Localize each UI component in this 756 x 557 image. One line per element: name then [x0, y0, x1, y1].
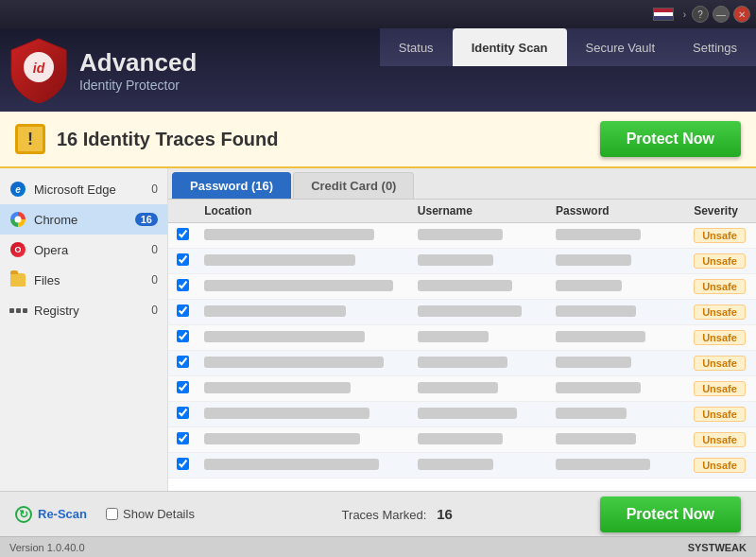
sidebar-label-files: Files — [34, 273, 135, 287]
row-checkbox-cell[interactable] — [168, 249, 197, 274]
row-password — [548, 376, 686, 402]
row-password — [548, 427, 686, 453]
row-checkbox[interactable] — [177, 228, 189, 240]
traces-info: Traces Marked: 16 — [214, 506, 581, 522]
row-location — [197, 274, 410, 300]
row-checkbox-cell[interactable] — [168, 427, 197, 453]
systweak-brand: SYSTWEAK — [688, 542, 747, 553]
row-password — [548, 325, 686, 351]
row-username — [410, 376, 548, 402]
app-title-advanced: Advanced — [79, 48, 197, 78]
row-location — [197, 402, 410, 427]
rescan-button[interactable]: ↻ Re-Scan — [15, 506, 87, 523]
row-checkbox[interactable] — [177, 381, 189, 393]
sidebar-item-chrome[interactable]: Chrome 16 — [0, 204, 167, 235]
alert-bar: ! 16 Identity Traces Found Protect Now — [0, 112, 756, 168]
table-row: Unsafe — [168, 223, 756, 249]
sidebar-item-opera[interactable]: O Opera 0 — [0, 235, 167, 265]
row-location — [197, 376, 410, 402]
row-severity: Unsafe — [686, 453, 756, 479]
row-checkbox-cell[interactable] — [168, 223, 197, 249]
protect-now-button-bottom[interactable]: Protect Now — [600, 496, 741, 532]
table-row: Unsafe — [168, 427, 756, 453]
minimize-button[interactable]: — — [713, 6, 730, 23]
chrome-icon — [9, 211, 26, 228]
sidebar-label-registry: Registry — [34, 304, 135, 318]
opera-icon: O — [9, 241, 26, 258]
show-details-toggle[interactable]: Show Details — [106, 507, 195, 521]
row-checkbox-cell[interactable] — [168, 351, 197, 376]
sidebar-count-chrome: 16 — [135, 213, 158, 226]
row-severity: Unsafe — [686, 223, 756, 249]
version-text: Version 1.0.40.0 — [9, 542, 85, 553]
row-severity: Unsafe — [686, 300, 756, 325]
col-password: Password — [548, 200, 686, 223]
row-username — [410, 402, 548, 427]
row-password — [548, 249, 686, 274]
col-username: Username — [410, 200, 548, 223]
show-details-label: Show Details — [123, 507, 195, 521]
row-checkbox[interactable] — [177, 356, 189, 368]
row-username — [410, 351, 548, 376]
row-severity: Unsafe — [686, 351, 756, 376]
table-header-row: Location Username Password Severity — [168, 200, 756, 223]
tab-status[interactable]: Status — [380, 28, 453, 66]
files-icon — [9, 271, 26, 288]
sidebar-label-opera: Opera — [34, 243, 135, 257]
sidebar-count-registry: 0 — [143, 304, 158, 317]
table-row: Unsafe — [168, 325, 756, 351]
titlebar: › ? — ✕ — [0, 0, 756, 28]
row-checkbox[interactable] — [177, 407, 189, 419]
sidebar-item-files[interactable]: Files 0 — [0, 265, 167, 295]
svg-text:id: id — [33, 61, 45, 76]
sidebar-item-microsoft-edge[interactable]: e Microsoft Edge 0 — [0, 174, 167, 204]
row-checkbox-cell[interactable] — [168, 376, 197, 402]
row-checkbox[interactable] — [177, 432, 189, 444]
row-checkbox-cell[interactable] — [168, 274, 197, 300]
row-checkbox[interactable] — [177, 305, 189, 317]
protect-now-button-top[interactable]: Protect Now — [600, 121, 741, 157]
warning-icon: ! — [15, 124, 45, 154]
alert-message: 16 Identity Traces Found — [57, 129, 279, 150]
row-checkbox-cell[interactable] — [168, 453, 197, 479]
row-checkbox[interactable] — [177, 458, 189, 470]
row-checkbox-cell[interactable] — [168, 325, 197, 351]
traces-marked-label: Traces Marked: — [342, 508, 427, 522]
row-username — [410, 300, 548, 325]
row-location — [197, 453, 410, 479]
data-table: Location Username Password Severity — [168, 200, 756, 479]
row-checkbox-cell[interactable] — [168, 402, 197, 427]
tab-identity-scan[interactable]: Identity Scan — [453, 28, 567, 66]
col-location: Location — [197, 200, 410, 223]
sidebar-item-registry[interactable]: Registry 0 — [0, 295, 167, 325]
tab-secure-vault[interactable]: Secure Vault — [567, 28, 674, 66]
data-table-container[interactable]: Location Username Password Severity — [168, 200, 756, 491]
sub-tabs: Password (16) Credit Card (0) — [168, 168, 756, 200]
row-checkbox-cell[interactable] — [168, 300, 197, 325]
rescan-icon: ↻ — [15, 506, 32, 523]
help-button[interactable]: ? — [692, 6, 709, 23]
app-title: Advanced Identity Protector — [79, 48, 197, 93]
table-row: Unsafe — [168, 453, 756, 479]
table-row: Unsafe — [168, 376, 756, 402]
sidebar-label-edge: Microsoft Edge — [34, 183, 135, 197]
app-logo: id — [9, 37, 68, 103]
sub-tab-password[interactable]: Password (16) — [172, 172, 291, 199]
row-checkbox[interactable] — [177, 330, 189, 342]
close-button[interactable]: ✕ — [733, 6, 750, 23]
row-checkbox[interactable] — [177, 279, 189, 291]
row-password — [548, 300, 686, 325]
row-password — [548, 274, 686, 300]
tab-settings[interactable]: Settings — [674, 28, 756, 66]
col-severity: Severity — [686, 200, 756, 223]
footer: ↻ Re-Scan Show Details Traces Marked: 16… — [0, 491, 756, 536]
sidebar-count-opera: 0 — [143, 243, 158, 256]
show-details-checkbox[interactable] — [106, 508, 118, 520]
sidebar-count-files: 0 — [143, 273, 158, 287]
row-password — [548, 402, 686, 427]
row-checkbox[interactable] — [177, 253, 189, 266]
row-severity: Unsafe — [686, 427, 756, 453]
sub-tab-credit-card[interactable]: Credit Card (0) — [293, 172, 414, 199]
row-password — [548, 351, 686, 376]
sidebar-label-chrome: Chrome — [34, 213, 128, 227]
